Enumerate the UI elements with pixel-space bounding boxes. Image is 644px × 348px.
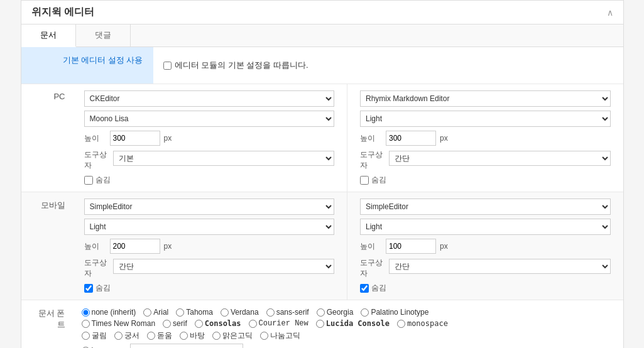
pc-comment-height-unit: px — [440, 134, 448, 143]
font-row-2: Times New Roman serif Consolas Courier N… — [82, 319, 456, 328]
font-option-dotum[interactable]: 돋움 — [147, 330, 172, 341]
font-row-3: 굴림 궁서 돋움 바탕 맑은고딕 — [82, 330, 456, 341]
mobile-label: 모바일 — [21, 192, 72, 300]
pc-comment-toolbar-select[interactable]: 기본 간단 — [389, 151, 611, 166]
pc-comment-height-label: 높이 — [360, 133, 382, 144]
mobile-doc-toolbar-label: 도구상자 — [84, 258, 109, 279]
mobile-comment-hide-label: 숨김 — [371, 283, 386, 293]
font-section: 문서 폰트 none (inherit) Arial Tahoma — [21, 300, 623, 348]
mobile-doc-editor-select[interactable]: SimpleEditor CKEditor — [84, 198, 335, 215]
pc-comment-theme-select[interactable]: Light Dark — [360, 111, 611, 127]
font-option-courier[interactable]: Courier New — [249, 319, 308, 328]
font-option-batang[interactable]: 바탕 — [180, 330, 205, 341]
pc-doc-hide-row: 숨김 — [84, 175, 335, 185]
mobile-comment-editor: SimpleEditor CKEditor Light Dark 높이 px 도… — [347, 192, 623, 300]
pc-comment-toolbar-label: 도구상자 — [360, 150, 385, 171]
font-option-lucida[interactable]: Lucida Console — [316, 319, 390, 328]
mobile-doc-toolbar-row: 도구상자 기본 간단 — [84, 258, 335, 279]
mobile-comment-height-row: 높이 px — [360, 239, 611, 254]
widget-title: 위지윅 에디터 — [31, 6, 94, 19]
mobile-comment-toolbar-select[interactable]: 기본 간단 — [389, 259, 611, 274]
font-option-palatino[interactable]: Palatino Linotype — [361, 308, 428, 317]
default-setting-label: 기본 에디터 설정 사용 — [21, 47, 153, 84]
mobile-section: 모바일 SimpleEditor CKEditor Light Dark 높이 … — [21, 192, 623, 300]
font-option-sans-serif[interactable]: sans-serif — [266, 308, 309, 317]
mobile-comment-height-unit: px — [440, 242, 448, 251]
mobile-comment-toolbar-label: 도구상자 — [360, 258, 385, 279]
pc-doc-theme-select[interactable]: Moono Lisa Light — [84, 111, 335, 127]
pc-doc-toolbar-label: 도구상자 — [84, 150, 109, 171]
font-option-arial[interactable]: Arial — [143, 308, 168, 317]
mobile-comment-hide-row: 숨김 — [360, 283, 611, 293]
mobile-comment-editor-select[interactable]: SimpleEditor CKEditor — [360, 198, 611, 215]
pc-comment-height-input[interactable] — [386, 131, 436, 146]
font-option-serif[interactable]: serif — [163, 319, 187, 328]
mobile-doc-hide-checkbox[interactable] — [84, 284, 93, 293]
collapse-icon[interactable]: ∧ — [607, 8, 613, 18]
widget-editor: 위지윅 에디터 ∧ 문서 댓글 기본 에디터 설정 사용 에디터 모듈의 기본 … — [21, 0, 624, 348]
mobile-comment-hide-checkbox[interactable] — [360, 284, 369, 293]
pc-doc-height-row: 높이 px — [84, 131, 335, 146]
pc-doc-toolbar-select[interactable]: 기본 간단 — [113, 151, 335, 166]
font-option-consolas[interactable]: Consolas — [195, 319, 241, 328]
mobile-doc-hide-row: 숨김 — [84, 283, 335, 293]
pc-doc-height-input[interactable] — [110, 131, 160, 146]
mobile-comment-toolbar-row: 도구상자 기본 간단 — [360, 258, 611, 279]
font-options: none (inherit) Arial Tahoma Verdana sans… — [72, 300, 466, 348]
pc-section: PC CKEditor SimpleEditor Moono Lisa Ligh… — [21, 84, 623, 192]
default-setting-row: 기본 에디터 설정 사용 에디터 모듈의 기본 설정을 따릅니다. — [21, 47, 623, 84]
tab-document[interactable]: 문서 — [21, 24, 76, 47]
font-option-verdana[interactable]: Verdana — [221, 308, 259, 317]
tab-row: 문서 댓글 — [21, 24, 623, 47]
font-option-tahoma[interactable]: Tahoma — [176, 308, 213, 317]
pc-doc-editor: CKEditor SimpleEditor Moono Lisa Light 높… — [72, 84, 348, 192]
mobile-doc-hide-label: 숨김 — [96, 283, 111, 293]
pc-columns: CKEditor SimpleEditor Moono Lisa Light 높… — [72, 84, 623, 192]
pc-doc-height-unit: px — [164, 134, 172, 143]
default-setting-checkbox[interactable] — [163, 62, 172, 70]
pc-comment-hide-row: 숨김 — [360, 175, 611, 185]
mobile-comment-height-input[interactable] — [386, 239, 436, 254]
font-option-gulim[interactable]: 굴림 — [82, 330, 107, 341]
mobile-comment-theme-select[interactable]: Light Dark — [360, 219, 611, 235]
mobile-doc-height-row: 높이 px — [84, 239, 335, 254]
pc-comment-editor-select[interactable]: Rhymix Markdown Editor CKEditor SimpleEd… — [360, 90, 611, 107]
font-option-malgun[interactable]: 맑은고딕 — [212, 330, 253, 341]
mobile-doc-editor: SimpleEditor CKEditor Light Dark 높이 px 도… — [72, 192, 348, 300]
pc-comment-hide-checkbox[interactable] — [360, 176, 369, 185]
pc-doc-hide-checkbox[interactable] — [84, 176, 93, 185]
tab-comment[interactable]: 댓글 — [76, 24, 131, 46]
pc-doc-toolbar-row: 도구상자 기본 간단 — [84, 150, 335, 171]
font-option-georgia[interactable]: Georgia — [317, 308, 354, 317]
default-setting-checkbox-label[interactable]: 에디터 모듈의 기본 설정을 따릅니다. — [163, 60, 308, 71]
mobile-doc-theme-select[interactable]: Light Dark — [84, 219, 335, 235]
default-setting-fields: 에디터 모듈의 기본 설정을 따릅니다. — [153, 47, 623, 84]
pc-comment-height-row: 높이 px — [360, 131, 611, 146]
mobile-comment-height-label: 높이 — [360, 241, 382, 252]
pc-doc-height-label: 높이 — [84, 133, 106, 144]
font-option-none[interactable]: none (inherit) — [82, 308, 136, 317]
font-option-gungsuh[interactable]: 궁서 — [114, 330, 139, 341]
pc-comment-editor: Rhymix Markdown Editor CKEditor SimpleEd… — [347, 84, 623, 192]
mobile-doc-height-unit: px — [164, 242, 172, 251]
font-option-monospace[interactable]: monospace — [397, 319, 448, 328]
mobile-doc-toolbar-select[interactable]: 기본 간단 — [113, 259, 335, 274]
pc-comment-hide-label: 숨김 — [371, 175, 386, 185]
pc-doc-hide-label: 숨김 — [96, 175, 111, 185]
mobile-columns: SimpleEditor CKEditor Light Dark 높이 px 도… — [72, 192, 623, 300]
mobile-doc-height-label: 높이 — [84, 241, 106, 252]
font-option-nanum[interactable]: 나눔고딕 — [260, 330, 300, 341]
custom-font-row: by_you : — [82, 344, 456, 348]
custom-font-input[interactable] — [130, 344, 243, 348]
font-row-1: none (inherit) Arial Tahoma Verdana sans… — [82, 308, 456, 317]
mobile-doc-height-input[interactable] — [110, 239, 160, 254]
pc-label: PC — [21, 84, 72, 192]
font-label: 문서 폰트 — [21, 300, 72, 348]
widget-header: 위지윅 에디터 ∧ — [21, 1, 623, 24]
pc-comment-toolbar-row: 도구상자 기본 간단 — [360, 150, 611, 171]
font-option-times[interactable]: Times New Roman — [82, 319, 156, 328]
pc-doc-editor-select[interactable]: CKEditor SimpleEditor — [84, 90, 335, 107]
